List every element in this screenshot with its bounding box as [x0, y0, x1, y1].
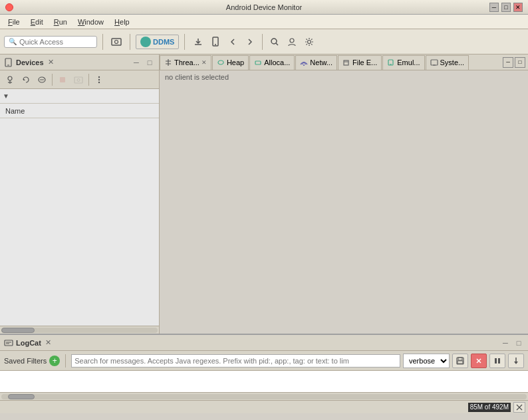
alloc-icon — [254, 58, 262, 66]
panel-maximize-btn[interactable]: □ — [144, 57, 155, 68]
update-heap-btn[interactable] — [35, 72, 49, 87]
system-icon — [430, 58, 438, 66]
heap-icon — [217, 58, 225, 66]
verbose-select[interactable]: verbose debug info warn error assert — [403, 354, 450, 368]
device-panel-icon — [4, 58, 13, 67]
tab-threads-close[interactable]: ✕ — [201, 59, 207, 66]
dropdown-arrow-icon: ▼ — [3, 92, 9, 100]
toolbar-separator-1 — [102, 34, 103, 50]
menu-window[interactable]: Window — [72, 17, 109, 27]
tab-file-explorer[interactable]: File E... — [338, 55, 382, 70]
search-icon: 🔍 — [9, 38, 17, 45]
quick-access-search[interactable]: 🔍 — [4, 36, 97, 48]
logcat-toolbar: Saved Filters + verbose debug info warn … — [0, 351, 528, 371]
logcat-maximize-btn[interactable]: □ — [513, 338, 524, 348]
tab-heap[interactable]: Heap — [212, 55, 249, 70]
svg-rect-25 — [255, 61, 261, 64]
toolbar-icons-group — [190, 34, 317, 50]
more-options-btn[interactable] — [92, 72, 106, 87]
pause-log-button[interactable] — [489, 354, 505, 368]
close-button[interactable]: ✕ — [513, 3, 523, 12]
screen-shot-btn[interactable] — [71, 72, 86, 87]
download-button[interactable] — [190, 34, 206, 50]
dev-toolbar-sep2 — [88, 74, 89, 86]
add-filter-button[interactable]: + — [49, 356, 60, 366]
settings-button[interactable] — [301, 34, 317, 50]
tab-file-label: File E... — [352, 58, 377, 66]
tab-emulator[interactable]: Emul... — [382, 55, 424, 70]
tab-network[interactable]: Netw... — [295, 55, 337, 70]
svg-point-4 — [271, 39, 277, 44]
devices-panel-header: Devices ✕ ─ □ — [0, 54, 159, 70]
svg-point-7 — [308, 40, 311, 43]
update-threads-btn[interactable] — [19, 72, 33, 87]
debug-thread-btn[interactable] — [3, 72, 17, 87]
menu-edit[interactable]: Edit — [25, 17, 49, 27]
screen-capture-button[interactable] — [108, 34, 124, 50]
main-toolbar: 🔍 DDMS — [0, 29, 528, 54]
no-client-message: no client is selected — [165, 73, 229, 81]
inspect-button[interactable] — [267, 34, 283, 50]
logcat-h-scrollbar[interactable] — [0, 392, 528, 400]
tabs-maximize-btn[interactable]: □ — [515, 57, 525, 68]
tabs-win-buttons: ─ □ — [500, 57, 528, 68]
logcat-minimize-btn[interactable]: ─ — [500, 338, 511, 348]
maximize-button[interactable]: □ — [501, 3, 511, 12]
logcat-search-input[interactable] — [71, 354, 400, 368]
svg-point-17 — [77, 78, 80, 81]
memory-indicator: 85M of 492M — [468, 403, 511, 412]
svg-point-10 — [8, 76, 12, 80]
device-button[interactable] — [207, 34, 223, 50]
svg-rect-41 — [495, 358, 497, 364]
stop-process-btn[interactable] — [55, 72, 70, 87]
menu-run[interactable]: Run — [49, 17, 72, 27]
traffic-light[interactable] — [5, 3, 13, 11]
logcat-header: LogCat ✕ ─ □ — [0, 335, 528, 351]
clear-log-button[interactable] — [471, 354, 487, 368]
menu-file[interactable]: File — [3, 17, 25, 27]
svg-point-6 — [290, 39, 294, 43]
dev-toolbar-sep1 — [52, 74, 53, 86]
menu-help[interactable]: Help — [109, 17, 135, 27]
arrow-right-button[interactable] — [242, 34, 258, 50]
minimize-button[interactable]: ─ — [489, 3, 499, 12]
menu-bar: File Edit Run Window Help — [0, 15, 528, 29]
toolbar-separator-2 — [130, 34, 130, 50]
status-clear-btn[interactable] — [513, 402, 525, 413]
svg-rect-31 — [431, 60, 438, 65]
scroll-lock-button[interactable] — [508, 354, 524, 368]
arrow-left-button[interactable] — [225, 34, 241, 50]
devices-scroll-track — [1, 328, 158, 333]
ddms-button[interactable]: DDMS — [136, 35, 179, 49]
logcat-panel: LogCat ✕ ─ □ Saved Filters + verbose deb… — [0, 334, 528, 413]
toolbar-separator-4 — [262, 34, 263, 50]
svg-rect-42 — [498, 358, 500, 364]
tab-allocation[interactable]: Alloca... — [249, 55, 295, 70]
devices-panel-title: Devices — [16, 58, 44, 66]
tabs-minimize-btn[interactable]: ─ — [503, 57, 513, 68]
devices-h-scrollbar[interactable] — [0, 326, 159, 334]
logcat-close[interactable]: ✕ — [45, 338, 51, 347]
svg-rect-38 — [458, 361, 463, 364]
logcat-scroll-track — [1, 394, 527, 399]
file-icon — [342, 58, 350, 66]
tab-threads[interactable]: Threa... ✕ — [160, 55, 211, 70]
dropdown-row[interactable]: ▼ — [0, 89, 159, 104]
tab-system-info[interactable]: Syste... — [426, 55, 469, 70]
save-log-button[interactable] — [452, 354, 468, 368]
tab-network-label: Netw... — [310, 58, 332, 66]
profile-button[interactable] — [284, 34, 300, 50]
name-col-header: Name — [3, 107, 27, 115]
tab-system-label: Syste... — [440, 58, 465, 66]
devices-scroll-thumb[interactable] — [1, 328, 35, 333]
logcat-scroll-thumb[interactable] — [8, 394, 35, 399]
svg-point-1 — [115, 40, 118, 43]
devices-panel-close[interactable]: ✕ — [48, 58, 54, 66]
devices-panel: Devices ✕ ─ □ — [0, 54, 160, 334]
search-input[interactable] — [19, 38, 92, 46]
panel-minimize-btn[interactable]: ─ — [131, 57, 142, 68]
right-panel: Threa... ✕ Heap Alloca... Netw... File E… — [160, 54, 528, 334]
screenshot-icon — [111, 37, 122, 47]
saved-filters-label: Saved Filters — [4, 357, 47, 365]
emulator-icon — [387, 58, 395, 66]
